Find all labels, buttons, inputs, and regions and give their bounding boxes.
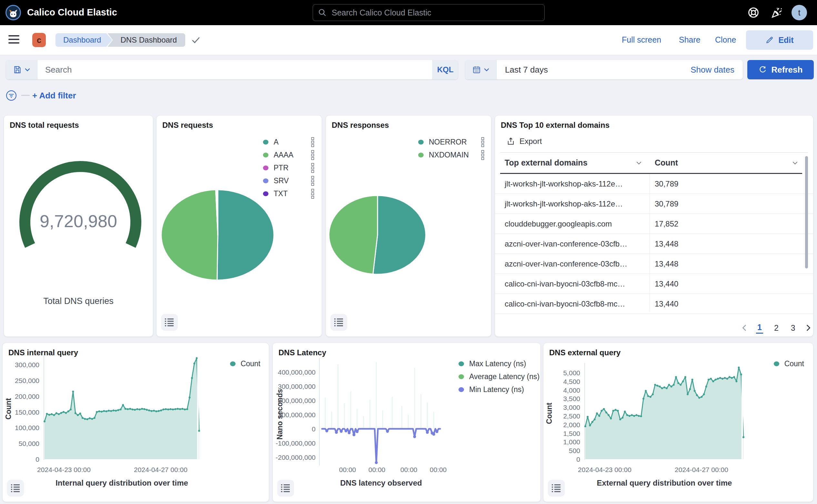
cell-count: 30,789 — [655, 179, 678, 188]
filter-icon[interactable] — [6, 90, 17, 101]
svg-text:DNS latency observed: DNS latency observed — [340, 479, 422, 487]
svg-text:500: 500 — [569, 447, 580, 454]
legend-actions-icon[interactable] — [481, 150, 485, 160]
legend-toggle-button[interactable] — [161, 314, 178, 331]
show-dates-button[interactable]: Show dates — [691, 65, 743, 75]
add-filter-button[interactable]: + Add filter — [32, 91, 76, 101]
svg-text:200,000: 200,000 — [15, 393, 39, 400]
panel-dns-total-requests: DNS total requests 9,720,980 Total DNS q… — [4, 116, 153, 337]
breadcrumb-dns-dashboard[interactable]: DNS Dashboard — [107, 33, 185, 47]
svg-text:250,000: 250,000 — [15, 377, 39, 384]
legend-item-ptr[interactable]: PTR — [263, 161, 315, 174]
gauge-caption: Total DNS queries — [4, 296, 153, 306]
legend-actions-icon[interactable] — [311, 188, 315, 199]
legend-swatch — [418, 140, 424, 145]
legend-label: AAAA — [274, 151, 293, 159]
share-button[interactable]: Share — [679, 35, 701, 45]
column-header-count[interactable]: Count — [655, 158, 678, 167]
page-button-1[interactable]: 1 — [756, 322, 763, 334]
svg-text:Count: Count — [4, 398, 13, 419]
date-quick-menu-button[interactable] — [465, 60, 497, 79]
saved-query-menu-button[interactable] — [6, 60, 37, 79]
column-header-domains[interactable]: Top external domains — [505, 158, 588, 167]
svg-text:0: 0 — [35, 456, 39, 463]
cell-domain: jlt-worksh-jlt-workshop-aks-112e… — [505, 179, 623, 188]
global-search[interactable] — [313, 4, 545, 21]
legend-actions-icon[interactable] — [481, 137, 485, 147]
legend-label: NOERROR — [429, 138, 467, 146]
legend-actions-icon[interactable] — [311, 150, 315, 160]
legend-label: NXDOMAIN — [429, 151, 469, 159]
divider — [500, 152, 808, 153]
refresh-button[interactable]: Refresh — [747, 60, 814, 79]
svg-text:Count: Count — [545, 402, 553, 424]
next-page-button[interactable] — [806, 324, 811, 331]
news-party-popper-icon[interactable] — [771, 6, 783, 19]
legend-toggle-button[interactable] — [277, 480, 294, 497]
legend-item-count[interactable]: Count — [774, 359, 804, 368]
panel-title: DNS Top 10 external domains — [501, 121, 610, 130]
legend-item-min-latency-ns-[interactable]: Min Latency (ns) — [459, 383, 538, 396]
svg-text:5,000: 5,000 — [563, 369, 580, 377]
legend-swatch — [263, 153, 268, 157]
breadcrumb-dashboard[interactable]: Dashboard — [55, 33, 112, 47]
breadcrumb: Dashboard DNS Dashboard — [55, 33, 200, 47]
panel-dns-internal-query: DNS internal query 050,000100,000150,000… — [3, 343, 269, 502]
edit-button-label: Edit — [778, 35, 793, 45]
menu-hamburger-icon[interactable] — [8, 35, 19, 45]
legend-actions-icon[interactable] — [311, 176, 315, 186]
legend-toggle-button[interactable] — [7, 480, 24, 497]
legend-actions-icon[interactable] — [311, 137, 315, 147]
legend-actions-icon[interactable] — [311, 163, 315, 173]
legend-item-average-latency-ns-[interactable]: Average Latency (ns) — [459, 370, 538, 383]
legend-swatch — [230, 361, 236, 366]
legend-swatch — [774, 361, 779, 366]
legend-item-noerror[interactable]: NOERROR — [418, 136, 485, 148]
svg-text:Internal query distribution ov: Internal query distribution over time — [55, 479, 188, 487]
global-search-input[interactable] — [331, 8, 539, 18]
list-icon — [334, 318, 343, 327]
workspace-badge[interactable]: c — [32, 33, 46, 47]
svg-text:300,000: 300,000 — [15, 361, 39, 368]
svg-text:4,500: 4,500 — [563, 378, 580, 385]
calico-logo-icon[interactable] — [5, 5, 21, 21]
page-button-2[interactable]: 2 — [773, 323, 780, 333]
legend-item-aaaa[interactable]: AAAA — [263, 148, 315, 161]
svg-text:-100,000,000: -100,000,000 — [276, 439, 316, 447]
previous-page-button[interactable] — [742, 324, 746, 331]
date-picker: Last 7 days Show dates — [465, 60, 743, 79]
table-row: jlt-worksh-jlt-workshop-aks-112e…30,789 — [495, 174, 813, 194]
svg-text:400,000,000: 400,000,000 — [278, 368, 316, 376]
panel-dns-external-query: DNS external query 05001,0001,5002,0002,… — [543, 343, 813, 502]
table-scrollbar[interactable] — [805, 156, 808, 268]
gauge-value: 9,720,980 — [4, 211, 153, 231]
legend-item-txt[interactable]: TXT — [263, 187, 315, 200]
edit-button[interactable]: Edit — [746, 30, 813, 50]
legend-item-nxdomain[interactable]: NXDOMAIN — [418, 148, 485, 161]
table-pagination: 123 — [742, 322, 811, 334]
legend-item-max-latency-ns-[interactable]: Max Latency (ns) — [459, 357, 538, 370]
cell-count: 13,440 — [655, 299, 678, 308]
cell-count: 13,448 — [655, 239, 678, 248]
export-icon — [507, 137, 515, 146]
export-button[interactable]: Export — [507, 137, 542, 146]
user-avatar[interactable]: t — [792, 5, 807, 20]
page-button-3[interactable]: 3 — [790, 323, 797, 333]
legend-item-a[interactable]: A — [263, 136, 315, 148]
time-range-value[interactable]: Last 7 days — [497, 65, 691, 75]
legend-item-count[interactable]: Count — [230, 359, 260, 368]
legend-toggle-button[interactable] — [330, 314, 347, 331]
query-language-button[interactable]: KQL — [432, 60, 458, 79]
kql-search-input[interactable] — [37, 65, 432, 75]
legend-label: Count — [784, 359, 804, 368]
help-life-ring-icon[interactable] — [747, 6, 760, 19]
cell-count: 13,448 — [655, 259, 678, 268]
clone-button[interactable]: Clone — [715, 35, 736, 45]
panel-dns-top-external-domains: DNS Top 10 external domains Export Top e… — [495, 116, 813, 337]
svg-text:1,000: 1,000 — [563, 438, 580, 446]
legend-item-srv[interactable]: SRV — [263, 174, 315, 187]
full-screen-button[interactable]: Full screen — [622, 35, 661, 45]
legend-toggle-button[interactable] — [548, 480, 565, 497]
svg-text:00:00: 00:00 — [339, 466, 356, 473]
table-row: calico-cni-ivan-byocni-03cfb8-mc…13,440 — [495, 274, 813, 294]
